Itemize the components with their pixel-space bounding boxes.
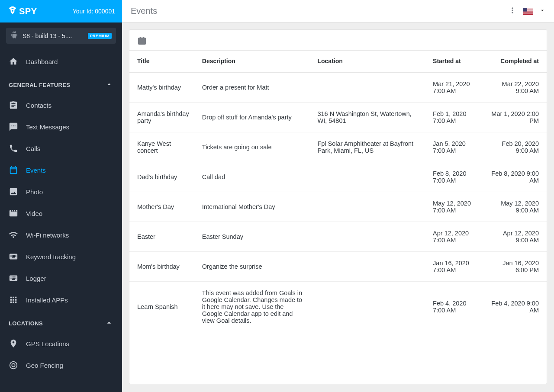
svg-rect-8	[138, 38, 146, 45]
col-completed[interactable]: Completed at	[484, 51, 547, 73]
cell-started: Apr 12, 2020 7:00 AM	[427, 222, 484, 252]
sidebar-item-gps[interactable]: GPS Locations	[0, 333, 122, 354]
sidebar-section-general[interactable]: GENERAL FEATURES	[0, 72, 122, 94]
cell-title: Matty's birthday	[129, 73, 196, 103]
sidebar-item-label: Logger	[26, 275, 46, 282]
cell-started: Jan 5, 2020 7:00 AM	[427, 132, 484, 162]
col-title[interactable]: Title	[129, 51, 196, 73]
calendar-outline-icon[interactable]	[137, 40, 147, 47]
cell-location	[311, 282, 427, 332]
cell-description: Organize the surprise	[196, 252, 312, 282]
flag-us-icon[interactable]	[523, 8, 533, 15]
sidebar-item-logger[interactable]: Logger	[0, 267, 122, 289]
table-row[interactable]: Mom's birthdayOrganize the surpriseJan 1…	[129, 252, 547, 282]
col-description[interactable]: Description	[196, 51, 312, 73]
video-icon	[9, 209, 18, 218]
device-selector[interactable]: S8 - build 13 - 5.... PREMIUM	[6, 28, 116, 44]
svg-rect-5	[523, 13, 533, 13]
sidebar-item-wifi[interactable]: Wi-Fi networks	[0, 224, 122, 246]
cell-completed: Feb 4, 2020 9:00 AM	[484, 282, 547, 332]
sidebar-item-label: Dashboard	[26, 58, 58, 65]
keyboard-icon	[9, 252, 18, 261]
main: Events	[122, 0, 554, 392]
cell-location: 316 N Washington St, Watertown, WI, 5480…	[311, 103, 427, 132]
clipboard-icon	[9, 100, 18, 110]
table-row[interactable]: Kanye West concertTickets are going on s…	[129, 132, 547, 162]
cell-completed: Feb 20, 2020 9:00 AM	[484, 132, 547, 162]
table-row[interactable]: Amanda's birthday partyDrop off stuff fo…	[129, 103, 547, 132]
table-row[interactable]: Dad's birthdayCall dadFeb 8, 2020 7:00 A…	[129, 162, 547, 192]
cell-completed: Feb 8, 2020 9:00 AM	[484, 162, 547, 192]
sidebar-top: SPY Your Id: 000001	[0, 0, 122, 22]
sidebar-item-video[interactable]: Video	[0, 202, 122, 224]
chevron-up-icon	[105, 318, 113, 328]
cell-title: Kanye West concert	[129, 132, 196, 162]
cell-completed: Mar 1, 2020 2:00 PM	[484, 103, 547, 132]
content: Title Description Location Started at Co…	[122, 22, 554, 392]
cell-description: International Mother's Day	[196, 192, 312, 222]
sidebar-item-label: Contacts	[26, 102, 52, 109]
sidebar-item-calls[interactable]: Calls	[0, 138, 122, 159]
cell-started: May 12, 2020 7:00 AM	[427, 192, 484, 222]
col-location[interactable]: Location	[311, 51, 427, 73]
cell-title: Learn Spanish	[129, 282, 196, 332]
sidebar-section-locations[interactable]: LOCATIONS	[0, 311, 122, 333]
page-title: Events	[131, 6, 157, 16]
svg-rect-4	[523, 11, 533, 12]
cell-location	[311, 73, 427, 103]
phone-icon	[9, 144, 18, 153]
chevron-up-icon	[105, 80, 113, 90]
sidebar-item-geofence[interactable]: Geo Fencing	[0, 354, 122, 376]
sidebar-item-label: Installed APPs	[26, 296, 68, 304]
cell-started: Feb 1, 2020 7:00 AM	[427, 103, 484, 132]
cell-location: Fpl Solar Amphitheater at Bayfront Park,…	[311, 132, 427, 162]
sidebar-item-contacts[interactable]: Contacts	[0, 94, 122, 116]
cell-title: Easter	[129, 222, 196, 252]
language-dropdown[interactable]	[539, 7, 545, 15]
cell-location	[311, 252, 427, 282]
sidebar-item-photo[interactable]: Photo	[0, 181, 122, 202]
cell-title: Mom's birthday	[129, 252, 196, 282]
events-card: Title Description Location Started at Co…	[129, 29, 547, 384]
table-row[interactable]: Mother's DayInternational Mother's DayMa…	[129, 192, 547, 222]
sidebar-item-label: Calls	[26, 145, 40, 152]
cell-description: Tickets are going on sale	[196, 132, 312, 162]
sidebar-item-text-messages[interactable]: Text Messages	[0, 116, 122, 138]
sidebar-item-label: Wi-Fi networks	[26, 231, 69, 239]
sidebar-item-keyword[interactable]: Keyword tracking	[0, 246, 122, 267]
cell-completed: May 12, 2020 9:00 AM	[484, 192, 547, 222]
table-row[interactable]: Matty's birthdayOrder a present for Matt…	[129, 73, 547, 103]
sidebar: SPY Your Id: 000001 S8 - build 13 - 5...…	[0, 0, 122, 392]
android-icon	[10, 31, 18, 40]
sidebar-item-dashboard[interactable]: Dashboard	[0, 51, 122, 72]
table-row[interactable]: Learn SpanishThis event was added from G…	[129, 282, 547, 332]
sidebar-item-label: GPS Locations	[26, 340, 69, 347]
device-name: S8 - build 13 - 5....	[23, 32, 84, 39]
titlebar-actions	[508, 6, 545, 16]
sidebar-item-events[interactable]: Events	[0, 159, 122, 181]
wifi-icon	[9, 230, 18, 240]
cell-location	[311, 222, 427, 252]
section-label: LOCATIONS	[9, 320, 43, 327]
cell-description: Call dad	[196, 162, 312, 192]
cell-description: This event was added from Goals in Googl…	[196, 282, 312, 332]
col-started[interactable]: Started at	[427, 51, 484, 73]
logo-text: SPY	[19, 6, 37, 16]
cell-title: Mother's Day	[129, 192, 196, 222]
table-header-row: Title Description Location Started at Co…	[129, 51, 547, 73]
logo-icon	[8, 6, 17, 17]
cell-title: Amanda's birthday party	[129, 103, 196, 132]
sidebar-item-label: Text Messages	[26, 123, 69, 131]
logo[interactable]: SPY	[8, 6, 37, 17]
photo-icon	[9, 187, 18, 196]
cell-title: Dad's birthday	[129, 162, 196, 192]
sidebar-item-installed-apps[interactable]: Installed APPs	[0, 289, 122, 311]
more-menu-button[interactable]	[508, 6, 517, 16]
your-id-label: Your Id: 000001	[73, 8, 115, 15]
cell-completed: Mar 22, 2020 9:00 AM	[484, 73, 547, 103]
home-icon	[9, 57, 18, 66]
cell-completed: Apr 12, 2020 9:00 AM	[484, 222, 547, 252]
card-toolbar	[129, 30, 547, 50]
table-row[interactable]: EasterEaster SundayApr 12, 2020 7:00 AMA…	[129, 222, 547, 252]
location-icon	[9, 339, 18, 348]
